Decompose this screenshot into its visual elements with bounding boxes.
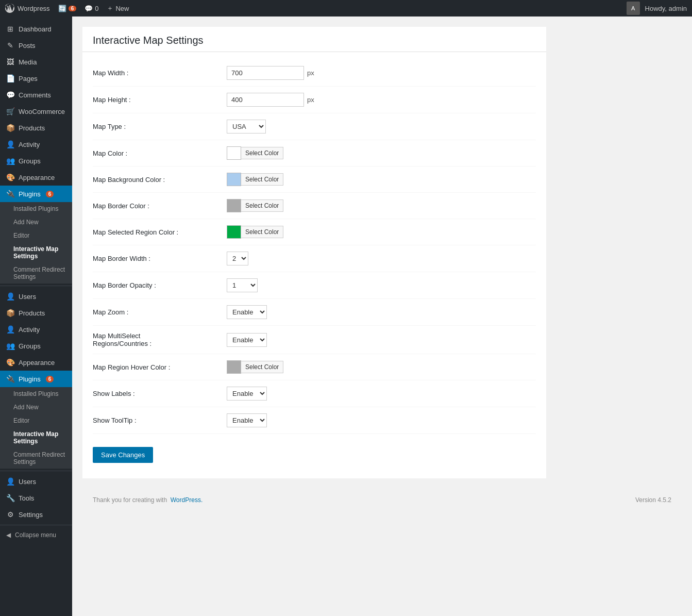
map-border-width-row: Map Border Width : 1 2 3 4 5: [93, 245, 536, 272]
show-tooltip-select[interactable]: Enable Disable: [227, 413, 267, 427]
sidebar-item-products[interactable]: 📦 Products: [0, 120, 72, 136]
show-labels-select[interactable]: Enable Disable: [227, 387, 267, 401]
admin-bar-right: A Howdy, admin: [627, 2, 687, 15]
sidebar-item-activity2[interactable]: 👤 Activity: [0, 321, 72, 338]
plugins-submenu: Installed Plugins Add New Editor Interac…: [0, 202, 72, 284]
map-selected-region-color-row: Map Selected Region Color : Select Color: [93, 219, 536, 245]
new-content-link[interactable]: ＋ New: [107, 4, 129, 13]
map-border-opacity-row: Map Border Opacity : 0 0.25 0.5 0.75 1: [93, 272, 536, 299]
map-color-swatch: Select Color: [227, 146, 283, 160]
updates-icon: 🔄: [58, 5, 66, 12]
footer-left: Thank you for creating with WordPress.: [93, 496, 202, 504]
plugins2-badge: 6: [46, 376, 54, 382]
sidebar-item-users2[interactable]: 👤 Users: [0, 473, 72, 490]
submenu-interactive-map-settings[interactable]: Interactive Map Settings: [0, 242, 72, 263]
sidebar-label-products: Products: [19, 124, 45, 132]
show-labels-control: Enable Disable: [227, 387, 267, 401]
tools-icon: 🔧: [6, 494, 14, 502]
map-color-row: Map Color : Select Color: [93, 140, 536, 167]
sidebar-item-users[interactable]: 👤 Users: [0, 288, 72, 305]
map-width-input[interactable]: [227, 66, 304, 80]
sidebar-item-media[interactable]: 🖼 Media: [0, 54, 72, 70]
sidebar-item-appearance[interactable]: 🎨 Appearance: [0, 169, 72, 186]
wp-logo[interactable]: Wordpress: [5, 4, 50, 13]
map-region-hover-color-control: Select Color: [227, 360, 283, 374]
map-border-color-label: Map Border Color :: [93, 202, 227, 210]
sidebar-item-settings[interactable]: ⚙ Settings: [0, 506, 72, 523]
map-bg-color-swatch: Select Color: [227, 173, 283, 186]
map-type-control: USA World Europe: [227, 120, 266, 134]
submenu2-editor[interactable]: Editor: [0, 414, 72, 427]
appearance2-icon: 🎨: [6, 358, 14, 367]
map-type-select[interactable]: USA World Europe: [227, 120, 266, 134]
sidebar-item-comments[interactable]: 💬 Comments: [0, 87, 72, 103]
plugins-badge: 6: [46, 191, 54, 197]
sidebar-item-plugins2[interactable]: 🔌 Plugins 6: [0, 371, 72, 387]
sidebar-item-tools[interactable]: 🔧 Tools: [0, 490, 72, 506]
map-bg-color-button[interactable]: Select Color: [241, 173, 283, 186]
admin-menu: ⊞ Dashboard ✎ Posts 🖼 Media 📄 Pages 💬 Co…: [0, 16, 72, 616]
submenu2-comment-redirect-settings[interactable]: Comment Redirect Settings: [0, 448, 72, 469]
sidebar-label-dashboard: Dashboard: [19, 25, 52, 33]
new-label: New: [115, 5, 129, 12]
map-height-input[interactable]: [227, 93, 304, 107]
map-multiselect-row: Map MultiSelectRegions/Countries : Enabl…: [93, 326, 536, 354]
sidebar-item-dashboard[interactable]: ⊞ Dashboard: [0, 21, 72, 37]
submenu-editor[interactable]: Editor: [0, 229, 72, 242]
users-icon: 👤: [6, 292, 14, 301]
sidebar-label-plugins2: Plugins: [19, 375, 41, 383]
map-width-suffix: px: [307, 69, 314, 77]
updates-link[interactable]: 🔄 6: [58, 5, 77, 12]
sidebar-item-posts[interactable]: ✎ Posts: [0, 37, 72, 54]
map-bg-color-label: Map Background Color :: [93, 176, 227, 184]
sidebar-item-activity[interactable]: 👤 Activity: [0, 136, 72, 153]
map-region-hover-color-button[interactable]: Select Color: [241, 361, 283, 373]
sidebar-item-groups2[interactable]: 👥 Groups: [0, 338, 72, 354]
sidebar-item-woocommerce[interactable]: 🛒 WooCommerce: [0, 103, 72, 120]
activity2-icon: 👤: [6, 325, 14, 334]
map-zoom-row: Map Zoom : Enable Disable: [93, 299, 536, 326]
submenu-installed-plugins[interactable]: Installed Plugins: [0, 202, 72, 215]
sidebar-item-plugins[interactable]: 🔌 Plugins 6: [0, 186, 72, 202]
sidebar-label-products2: Products: [19, 309, 45, 317]
map-multiselect-select[interactable]: Enable Disable: [227, 333, 267, 347]
collapse-menu-button[interactable]: ◀ Collapse menu: [0, 527, 72, 543]
map-zoom-label: Map Zoom :: [93, 308, 227, 316]
sidebar-item-products2[interactable]: 📦 Products: [0, 305, 72, 321]
sidebar-label-users2: Users: [19, 478, 36, 486]
map-selected-region-color-control: Select Color: [227, 225, 283, 239]
sidebar-item-groups[interactable]: 👥 Groups: [0, 153, 72, 169]
map-border-opacity-control: 0 0.25 0.5 0.75 1: [227, 278, 258, 292]
map-color-control: Select Color: [227, 146, 283, 160]
sidebar-label-pages: Pages: [19, 75, 38, 82]
submenu2-installed-plugins[interactable]: Installed Plugins: [0, 387, 72, 401]
show-tooltip-control: Enable Disable: [227, 413, 267, 427]
map-zoom-select[interactable]: Enable Disable: [227, 305, 267, 319]
map-border-color-button[interactable]: Select Color: [241, 199, 283, 212]
map-color-button[interactable]: Select Color: [241, 147, 283, 159]
page-title: Interactive Map Settings: [82, 27, 546, 52]
submenu-add-new[interactable]: Add New: [0, 215, 72, 229]
map-selected-region-color-box: [227, 225, 241, 239]
wordpress-icon: [5, 4, 14, 13]
submenu-comment-redirect-settings[interactable]: Comment Redirect Settings: [0, 263, 72, 284]
map-region-hover-color-label: Map Region Hover Color :: [93, 363, 227, 371]
comments-nav-icon: 💬: [6, 91, 14, 99]
submenu2-add-new[interactable]: Add New: [0, 401, 72, 414]
map-border-color-control: Select Color: [227, 199, 283, 212]
map-border-opacity-select[interactable]: 0 0.25 0.5 0.75 1: [227, 278, 258, 292]
show-labels-label: Show Labels :: [93, 390, 227, 397]
sidebar-item-appearance2[interactable]: 🎨 Appearance: [0, 354, 72, 371]
footer-text-prefix: Thank you for creating with: [93, 496, 167, 504]
site-name: Wordpress: [18, 5, 50, 12]
map-selected-region-color-button[interactable]: Select Color: [241, 226, 283, 238]
map-type-label: Map Type :: [93, 123, 227, 130]
comments-link[interactable]: 💬 0: [85, 5, 98, 12]
settings-icon: ⚙: [6, 510, 14, 519]
submenu2-interactive-map-settings[interactable]: Interactive Map Settings: [0, 427, 72, 448]
footer-wp-link[interactable]: WordPress.: [171, 496, 202, 504]
save-changes-button[interactable]: Save Changes: [93, 447, 153, 463]
map-border-width-select[interactable]: 1 2 3 4 5: [227, 252, 248, 265]
sidebar-item-pages[interactable]: 📄 Pages: [0, 70, 72, 87]
collapse-label: Collapse menu: [15, 531, 56, 539]
